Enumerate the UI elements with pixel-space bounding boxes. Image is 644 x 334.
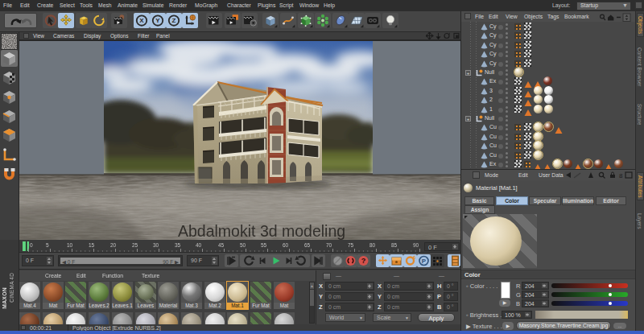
svg-text:80: 80 [369, 242, 376, 248]
svg-text:55: 55 [261, 242, 267, 248]
svg-text:65: 65 [304, 242, 311, 248]
svg-text:Y: Y [155, 17, 160, 24]
svg-text:50: 50 [240, 242, 246, 248]
svg-text:?: ? [361, 257, 366, 265]
svg-text:0: 0 [30, 242, 33, 248]
svg-text:Z: Z [172, 17, 176, 24]
svg-text:5: 5 [46, 242, 49, 248]
svg-text:X: X [139, 17, 144, 24]
svg-text:25: 25 [132, 242, 138, 248]
svg-text:60: 60 [283, 242, 289, 248]
svg-text:8: 8 [619, 172, 623, 179]
svg-text:45: 45 [218, 242, 225, 248]
svg-text:40: 40 [196, 242, 202, 248]
svg-text:75: 75 [348, 242, 354, 248]
svg-text:85: 85 [391, 242, 398, 248]
svg-text:70: 70 [326, 242, 332, 248]
svg-text:15: 15 [89, 242, 95, 248]
svg-text:90: 90 [413, 242, 419, 248]
svg-text:Abdalmokit 3d modeling: Abdalmokit 3d modeling [178, 222, 345, 240]
svg-text:35: 35 [175, 242, 181, 248]
svg-text:P: P [422, 258, 427, 265]
svg-text:20: 20 [110, 242, 117, 248]
svg-text:30: 30 [153, 242, 159, 248]
svg-text:10: 10 [67, 242, 73, 248]
